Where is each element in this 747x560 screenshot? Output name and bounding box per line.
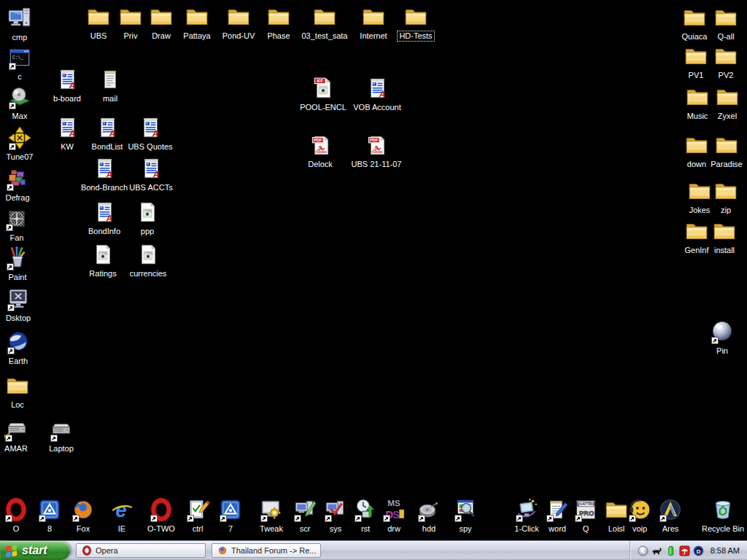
taskbar-button-opera[interactable]: Opera [76,543,206,558]
desktop-icon-delock[interactable]: PDFAdobeDelock [294,133,347,170]
doca-icon: A [92,156,117,181]
desktop-icon-paint[interactable]: Paint [0,246,44,283]
svg-text:Adobe: Adobe [315,150,326,154]
desktop-icon-q-all[interactable]: Q-all [700,5,747,42]
shortcut-arrow-icon [575,515,582,522]
icon-label: Draw [150,31,173,42]
pin-icon [710,319,735,344]
desktop-icon-hd-tests[interactable]: HD-Tests [390,4,442,42]
desktop-icon-zyxel[interactable]: Zyxel [701,85,747,122]
firefox-icon [71,497,96,522]
icon-label: Earth [7,356,30,367]
desktop-icon-install[interactable]: install [698,219,747,256]
desktop-icon-ubs-quotes[interactable]: AUBS Quotes [124,115,177,152]
battery-level-icon[interactable] [665,545,676,556]
svg-text:e: e [115,499,126,521]
icon-label: Tune07 [4,152,36,163]
desktop-icon-ares[interactable]: Ares [644,497,697,534]
shortcut-arrow-icon [5,515,12,522]
shortcut-arrow-icon [260,515,268,522]
pdf-icon: PDFAdobe [364,133,389,158]
icon-label: Fan [8,233,26,244]
svg-text:S: S [392,509,400,521]
doca-icon: A [92,200,117,225]
desktop-icon-spy[interactable]: spy [439,497,492,534]
desktop-icon-c[interactable]: C:\_c [0,45,46,82]
taskbar-button-thailand-forum-re[interactable]: Thailand Forum -> Re... [212,543,321,558]
shortcut-arrow-icon [9,63,16,70]
icon-label: Phase [265,31,292,42]
iffimage-icon: IFF [311,76,336,101]
shortcut-arrow-icon [150,515,158,522]
doca-icon: A [138,115,163,140]
icon-label: cmp [10,32,30,43]
svg-text:Adobe: Adobe [371,150,382,154]
desktop-icon-fan[interactable]: Fan [0,206,43,244]
desktop-icon-recycle-bin[interactable]: Recycle Bin [697,497,747,534]
folder-icon [713,5,738,30]
icon-label: Ares [660,524,681,534]
desktop-icon-dsktop[interactable]: Dsktop [0,287,44,324]
desktop-icon-ppp[interactable]: ppp [121,200,174,237]
desktop-icon-currencies[interactable]: currencies [122,242,174,279]
desktop-icon-vob-account[interactable]: AVOB Account [351,76,403,113]
desktop-icon-loc[interactable]: Loc [0,373,44,411]
shortcut-arrow-icon [72,515,80,522]
svg-text:A: A [379,89,385,98]
desktop-icon-tune07[interactable]: Tune07 [0,125,46,163]
desktop-icon-mail[interactable]: mail [84,67,136,104]
svg-text:PDF: PDF [370,138,379,142]
avira-antivirus-icon[interactable] [679,545,690,556]
icon-label: 7 [226,524,235,534]
start-button[interactable]: start [0,541,70,560]
icon-label: Bond-Branch [79,182,130,193]
imagefile-icon [90,242,115,267]
icon-label: Loc [9,400,26,411]
folder-icon [361,4,386,29]
folder-icon [713,179,738,203]
folder-icon [266,4,291,29]
desktop-icon-defrag[interactable]: Defrag [0,166,44,203]
watchdog-dog-icon[interactable] [651,545,662,556]
taskbar: start OperaThailand Forum -> Re... D 8:5… [0,540,747,560]
shortcut-arrow-icon [7,263,14,271]
icon-label: zip [719,205,733,216]
shortcut-arrow-icon [7,184,14,191]
svg-text:A: A [106,213,112,222]
desktop-icon-cmp[interactable]: cmp [0,6,46,43]
desktop-icon-pin[interactable]: Pin [696,319,747,357]
svg-text:A: A [106,169,112,179]
icon-label: UBS 21-11-07 [349,159,404,170]
shortcut-arrow-icon [516,515,523,522]
shortcut-arrow-icon [50,435,58,442]
desktop-icon-bond-branch[interactable]: ABond-Branch [78,156,131,193]
icon-label: AMAR [2,443,30,454]
svg-text:C:\_: C:\_ [12,55,23,61]
desktop-icon-zip[interactable]: zip [700,179,747,216]
icon-label: hdd [420,524,438,534]
shortcut-arrow-icon [454,515,462,522]
svg-text:A: A [152,128,158,138]
collapse-chevron-icon[interactable] [638,545,649,556]
icon-label: Max [10,111,30,122]
icon-label: Recycle Bin [700,524,746,534]
desktop-icon-pv2[interactable]: PV2 [700,44,747,81]
icon-label: mail [101,93,120,104]
clock-d-icon[interactable]: D [693,545,704,556]
folder-icon [714,133,739,158]
icon-label: 8 [45,524,54,534]
desktop-icon-phase[interactable]: Phase [252,4,305,42]
shortcut-arrow-icon [355,515,362,522]
desktop-icon-03-test-sata[interactable]: 03_test_sata [298,4,351,42]
desktop-icon-paradise[interactable]: Paradise [700,133,747,170]
fan-icon [4,206,29,231]
desktop-icon-ubs-21-11-07[interactable]: PDFAdobeUBS 21-11-07 [350,133,403,170]
desktop-icon-laptop[interactable]: Laptop [35,417,88,454]
desktop-icon-max[interactable]: Max [0,85,46,122]
desktop-icon-pool-encl[interactable]: IFFPOOL-ENCL [297,76,349,113]
ie-icon: e [109,497,134,522]
desktop-icon-ubs-accts[interactable]: AUBS ACCTs [125,156,177,193]
shortcut-arrow-icon [6,224,13,231]
icon-label: BondInfo [86,226,123,237]
desktop-icon-earth[interactable]: Earth [0,330,44,367]
